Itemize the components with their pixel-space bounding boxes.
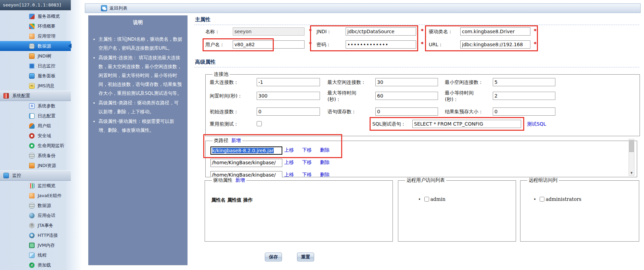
url-field[interactable] [460, 40, 530, 49]
user-group-icon [29, 123, 35, 129]
classpath-input-2[interactable]: /home/KingBase/kingbase/ [210, 159, 282, 167]
statement-cache-field[interactable] [375, 107, 438, 116]
help-bullet: 高级属性-连接池： 填写连接池最大连接数，最大空闲连接数，最小空闲连接数，闲置时… [99, 53, 183, 98]
sidebar-item-jta-transaction[interactable]: ⚙JTA事务 [0, 220, 71, 230]
sidebar-item-user-group[interactable]: 用户组 [0, 121, 71, 131]
help-bullet-list: 主属性：填写JNDI名称，驱动类名，数据空用户名，密码及连接数据库URL。 高级… [99, 35, 183, 134]
classpath-add-link[interactable]: 新增 [231, 138, 241, 143]
driver-class-field[interactable] [460, 27, 530, 36]
sidebar-item-service-panel[interactable]: 服务面板 [0, 71, 71, 81]
divider [194, 67, 639, 67]
sidebar-item-jvm-memory[interactable]: JVM内存 [0, 240, 71, 250]
remote-user-access-fieldset: 远程用户访问列表 admin [398, 177, 516, 242]
move-down-link[interactable]: 下移 [302, 172, 312, 177]
classpath-scrollbar[interactable]: ▼ [629, 139, 634, 176]
delete-link[interactable]: 删除 [320, 159, 330, 166]
move-down-link[interactable]: 下移 [302, 147, 312, 153]
scrollbar-thumb[interactable] [629, 140, 634, 152]
classpath-row-actions: 上移 下移 删除 [284, 159, 330, 166]
javaee-icon [29, 193, 35, 198]
sidebar-item-security-domain[interactable]: 安全域 [0, 131, 71, 141]
save-button[interactable]: 保存 [265, 253, 282, 261]
sidebar-item-class-loading[interactable]: ↻类加载 [0, 260, 71, 270]
password-label: 密码： [317, 42, 331, 48]
test-before-reuse-label: 重用前测试： [210, 121, 239, 127]
sql-test-field[interactable] [412, 120, 521, 128]
resultset-prefetch-field[interactable] [493, 107, 555, 116]
remote-user-access-legend: 远程用户访问列表 [405, 177, 446, 183]
sidebar-item-application-management[interactable]: 应用管理 [0, 31, 71, 41]
sidebar-item-datasource[interactable]: 数据源 [0, 41, 71, 51]
initial-connections-field[interactable] [257, 107, 320, 116]
connection-pool-legend: 连接池 [212, 71, 230, 77]
sidebar: seeyon[127.0.1.1:8083] 服务器概览 环境概要 应用管理 数… [0, 0, 82, 270]
required-marker: * [421, 28, 424, 34]
delete-link[interactable]: 删除 [320, 172, 330, 177]
advanced-properties-title: 高级属性 [195, 59, 216, 65]
remote-user-checkbox[interactable] [424, 197, 429, 202]
classpath-input-3[interactable]: /home/KingBase/kingbase/ [210, 171, 282, 177]
username-field[interactable] [233, 40, 305, 49]
reset-button[interactable]: 重置 [297, 253, 314, 261]
sidebar-item-lifecycle-listener[interactable]: 生命周期监听 [0, 141, 71, 151]
name-field[interactable] [233, 27, 305, 36]
test-before-reuse-checkbox[interactable] [257, 121, 262, 126]
sidebar-item-log-config[interactable]: 日志配置 [0, 111, 71, 121]
test-sql-link[interactable]: 测试SQL [527, 121, 546, 127]
thread-icon [29, 253, 35, 258]
classpath-legend: 类路径 新增 [212, 138, 242, 144]
classpath-row-actions: 上移 下移 删除 [284, 172, 330, 177]
sidebar-item-jms-message[interactable]: ✉JMS消息 [0, 81, 71, 91]
driver-properties-legend: 驱动属性 新增 [212, 177, 246, 183]
max-connections-field[interactable] [257, 78, 320, 86]
help-bullet: 主属性：填写JNDI名称，驱动类名，数据空用户名，密码及连接数据库URL。 [99, 35, 183, 52]
name-label: 名称： [205, 29, 220, 35]
divider [194, 25, 639, 25]
move-up-link[interactable]: 上移 [284, 147, 294, 153]
sidebar-item-javaee-components[interactable]: JavaEE组件 [0, 191, 71, 201]
move-up-link[interactable]: 上移 [284, 159, 294, 166]
sidebar-section-monitoring[interactable]: 监控 [0, 170, 71, 181]
datasource-form: 主属性 名称： * JNDI： * 驱动类名： * 用户名： * 密码： * U… [193, 14, 644, 270]
required-marker: * [534, 28, 537, 34]
return-list-button[interactable]: 返回列表 [110, 5, 127, 11]
sql-test-label: SQL测试语句： [372, 121, 406, 127]
classpath-row-actions: 上移 下移 删除 [284, 147, 330, 153]
initial-connections-label: 初始连接数： [210, 109, 239, 115]
sidebar-item-server-overview[interactable]: 服务器概览 [0, 11, 71, 21]
min-wait-field[interactable] [493, 92, 555, 100]
url-label: URL： [429, 42, 443, 48]
driver-properties-add-link[interactable]: 新增 [235, 177, 245, 183]
move-down-link[interactable]: 下移 [302, 159, 312, 166]
sidebar-section-system-config[interactable]: 系统配置 [0, 91, 71, 101]
sidebar-item-jndi-resource[interactable]: JNDI资源 [0, 160, 71, 170]
datasource-icon [29, 43, 35, 49]
sidebar-item-system-params[interactable]: ⋔系统参数 [0, 101, 71, 111]
scroll-down-arrow-icon[interactable]: ▼ [629, 170, 634, 176]
required-marker: * [309, 28, 312, 34]
max-wait-field[interactable] [375, 92, 438, 100]
sidebar-item-thread[interactable]: 线程 [0, 250, 71, 260]
sidebar-menu: 服务器概览 环境概要 应用管理 数据源 JNDI树 日志监控 服务面板 ✉JMS… [0, 11, 71, 270]
sidebar-item-monitor-overview[interactable]: 监控概览 [0, 181, 71, 191]
password-field[interactable] [346, 40, 416, 49]
sidebar-item-datasource-monitor[interactable]: 数据源 [0, 201, 71, 210]
jndi-resource-icon [29, 163, 35, 168]
resultset-prefetch-label: 结果集预存大小： [445, 109, 483, 115]
server-address-title: seeyon[127.0.1.1:8083] [0, 0, 71, 10]
min-idle-field[interactable] [493, 78, 555, 86]
classpath-input-1[interactable]: k/kingbase8-8.2.0.jre6.jar [210, 146, 282, 155]
sidebar-item-environment-summary[interactable]: 环境概要 [0, 21, 71, 31]
remote-group-checkbox[interactable] [540, 197, 544, 202]
sidebar-item-http-connection[interactable]: eHTTP连接 [0, 230, 71, 240]
jndi-field[interactable] [346, 27, 416, 36]
delete-link[interactable]: 删除 [320, 147, 330, 153]
idle-time-field[interactable] [257, 92, 320, 100]
max-idle-field[interactable] [375, 78, 438, 86]
sidebar-item-log-monitor[interactable]: 日志监控 [0, 61, 71, 71]
move-up-link[interactable]: 上移 [284, 172, 294, 177]
return-list-icon [101, 5, 107, 11]
sidebar-item-app-session[interactable]: 应用会话 [0, 210, 71, 220]
sidebar-item-system-backup[interactable]: 系统备份 [0, 151, 71, 160]
sidebar-item-jndi-tree[interactable]: JNDI树 [0, 51, 71, 61]
